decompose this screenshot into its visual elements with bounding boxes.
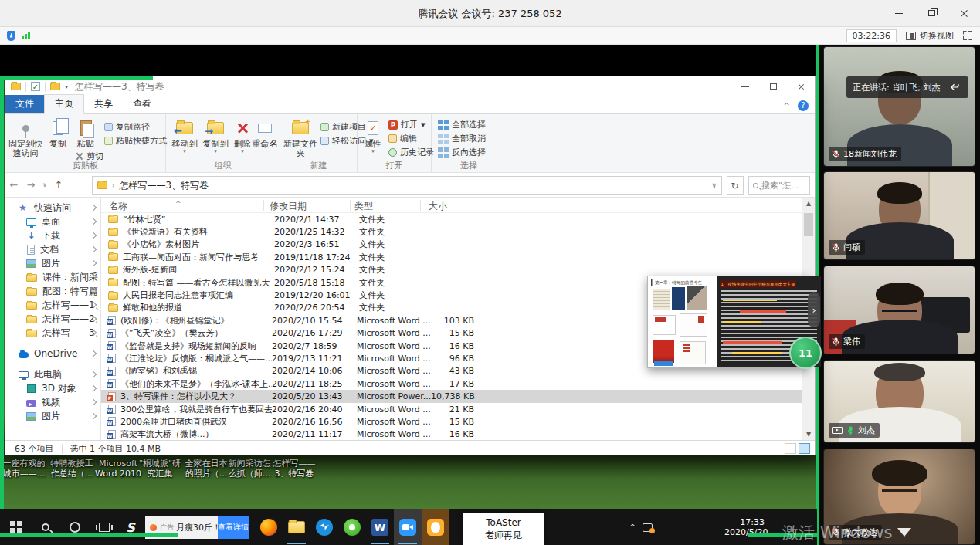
restore-button[interactable] <box>915 0 948 26</box>
nav-item[interactable]: 桌面 <box>5 215 100 228</box>
nav-item[interactable]: 图片 <box>5 256 100 270</box>
nav-item[interactable]: 配图：特写篇 <box>5 284 100 298</box>
ribbon-tab[interactable]: 文件 <box>5 95 44 113</box>
column-name[interactable]: 名称 <box>109 200 127 213</box>
view-details-button[interactable]: 查看详情 <box>218 516 249 539</box>
edit-button[interactable]: 编辑 <box>388 133 417 144</box>
taskbar-app-button[interactable]: W <box>366 509 394 545</box>
refresh-icon[interactable]: ↻ <box>727 176 744 195</box>
minimize-button[interactable] <box>883 0 915 26</box>
reply-arrow-icon[interactable] <box>950 83 960 92</box>
explorer-close-button[interactable] <box>787 76 815 96</box>
nav-item[interactable]: 视频 <box>5 395 100 409</box>
qat-customize-icon[interactable]: ▾ <box>65 83 68 90</box>
nav-item[interactable]: 怎样写——1、 <box>5 298 100 312</box>
participant-tile[interactable]: 闫硕 <box>823 171 975 260</box>
tray-expand-icon[interactable]: ^ <box>626 509 639 545</box>
nav-item[interactable]: 3D 对象 <box>5 381 100 395</box>
sogou-button[interactable]: S <box>116 509 145 545</box>
clock[interactable]: 17:33 2020/5/20 <box>724 509 765 545</box>
taskbar-app-button[interactable] <box>394 509 422 545</box>
copy-to-button[interactable]: ← 复制到▾ <box>200 118 231 154</box>
participant-tile[interactable]: 梁伟 <box>823 266 975 354</box>
nav-item[interactable]: 怎样写——3、 <box>5 326 100 340</box>
slide-thumbnail-1[interactable]: 第一章：特写的前世今生 <box>648 276 717 367</box>
column-size[interactable]: 大小 <box>429 200 447 213</box>
back-icon[interactable]: ← <box>5 179 22 191</box>
select-none-button[interactable]: 全部取消 <box>438 133 486 144</box>
taskbar-app-button[interactable] <box>255 509 283 545</box>
copy-path-button[interactable]: 复制路径 <box>104 121 150 133</box>
file-row[interactable]: “竹林七贤” 2020/2/1 14:37 文件夹 <box>101 213 802 225</box>
taskbar-app-button[interactable] <box>338 509 366 545</box>
folder-icon[interactable] <box>50 83 60 90</box>
nav-item[interactable]: ★ 快速访问 <box>5 201 100 215</box>
scroll-down-icon[interactable]: ▼ <box>802 431 815 438</box>
forward-icon[interactable]: → <box>22 179 39 191</box>
cortana-button[interactable] <box>60 509 90 545</box>
up-icon[interactable]: ↑ <box>50 179 67 191</box>
explorer-maximize-button[interactable] <box>759 76 787 96</box>
copy-button[interactable]: 复制 <box>44 118 72 149</box>
notification-popup[interactable]: ToASter 老师再见 <box>463 513 544 545</box>
column-date[interactable]: 修改日期 <box>270 200 307 213</box>
new-folder-button[interactable]: 新建文件夹 <box>282 118 319 158</box>
paste-shortcut-button[interactable]: 粘贴快捷方式 <box>104 135 167 147</box>
file-row[interactable]: 《小店铭》素材图片 2020/2/3 16:51 文件夹 <box>101 239 802 251</box>
explorer-minimize-button[interactable] <box>731 76 759 96</box>
meeting-tray-icon[interactable] <box>639 509 655 545</box>
sidebar-collapse-arrow[interactable] <box>897 528 911 543</box>
large-icons-view-icon[interactable] <box>799 443 810 454</box>
preview-next-button[interactable]: › <box>808 292 820 327</box>
file-row[interactable]: 3、特写课件：怎样以小见大？ 2020/5/20 13:43 Microsoft… <box>101 390 802 402</box>
task-view-button[interactable] <box>90 509 119 545</box>
file-row[interactable]: 海外版-短新闻 2020/2/12 15:24 文件夹 <box>101 264 802 276</box>
rename-button[interactable]: 重命名 <box>249 118 280 149</box>
nav-item[interactable]: ↓ 下载 <box>5 228 100 242</box>
file-row[interactable]: 2000余吨进口猪肉直供武汉 2020/2/16 16:56 Microsoft… <box>101 415 802 428</box>
file-row[interactable]: 《他们的未来不是梦》（李泓冰-课本上... 2020/2/11 18:25 Mi… <box>101 377 802 390</box>
nav-item[interactable]: 课件：新闻采 <box>5 270 100 284</box>
nav-item[interactable]: 文档 <box>5 242 100 256</box>
details-view-icon[interactable] <box>785 443 796 454</box>
ribbon-tab[interactable]: 查看 <box>123 95 161 113</box>
open-button[interactable]: P 打开▾ <box>388 119 426 130</box>
help-icon[interactable]: ? <box>798 100 809 111</box>
search-input[interactable]: 搜索"怎... <box>748 176 810 195</box>
properties-button[interactable]: ✓ 属性▾ <box>359 118 387 154</box>
meeting-float-bubble[interactable]: 11 <box>789 337 822 369</box>
fullscreen-icon[interactable] <box>963 31 972 40</box>
scrollbar-thumb[interactable] <box>804 213 813 236</box>
paste-button[interactable]: 粘贴 <box>72 118 100 149</box>
nav-item[interactable]: OneDrive <box>5 347 100 361</box>
breadcrumb[interactable]: 怎样写——3、特写卷 <box>120 179 209 192</box>
close-button[interactable] <box>948 0 980 26</box>
start-button[interactable] <box>2 509 31 545</box>
invert-selection-button[interactable]: 反向选择 <box>438 147 486 158</box>
participant-tile[interactable]: 18新闻刘伟龙 <box>823 46 975 167</box>
taskbar-search-button[interactable] <box>31 509 60 545</box>
ribbon-tab[interactable]: 共享 <box>84 95 123 113</box>
pin-to-quick-access-button[interactable]: 固定到快速访问 <box>8 118 43 158</box>
address-dropdown-icon[interactable]: ∨ <box>711 181 717 189</box>
select-all-button[interactable]: 全部选择 <box>438 119 486 130</box>
participant-tile[interactable]: 刘杰 <box>823 360 975 443</box>
folder-icon[interactable] <box>11 83 21 90</box>
file-row[interactable]: 高架车流大桥（微博...） 2020/2/11 11:17 Microsoft … <box>101 428 802 440</box>
nav-item[interactable]: 怎样写——2、 <box>5 312 100 326</box>
checkbox-icon[interactable]: ✓ <box>31 82 40 91</box>
switch-view-button[interactable]: 切换视图 <box>906 30 954 42</box>
taskbar-app-button[interactable] <box>283 509 310 545</box>
collapse-ribbon-icon[interactable]: ^ <box>784 102 790 110</box>
taskbar-app-button[interactable] <box>310 509 338 545</box>
nav-item[interactable]: 图片 <box>5 409 100 423</box>
nav-item[interactable]: 此电脑 <box>5 367 100 381</box>
file-row[interactable]: 工商联—闻面对面：新闻写作与思考 2019/11/18 17:24 文件夹 <box>101 251 802 263</box>
recent-locations-icon[interactable]: ∨ <box>39 181 50 188</box>
history-button[interactable]: 历史记录 <box>388 147 434 158</box>
column-type[interactable]: 类型 <box>354 200 373 213</box>
file-row[interactable]: 《世说新语》有关资料 2020/1/25 14:32 文件夹 <box>101 225 802 238</box>
file-row[interactable]: 300公里算啥，我就是骑自行车也要回去 2020/2/16 20:40 Micr… <box>101 403 802 415</box>
taskbar-app-button[interactable] <box>422 509 449 545</box>
address-input[interactable]: › 怎样写——3、特写卷 ∨ <box>92 176 722 195</box>
